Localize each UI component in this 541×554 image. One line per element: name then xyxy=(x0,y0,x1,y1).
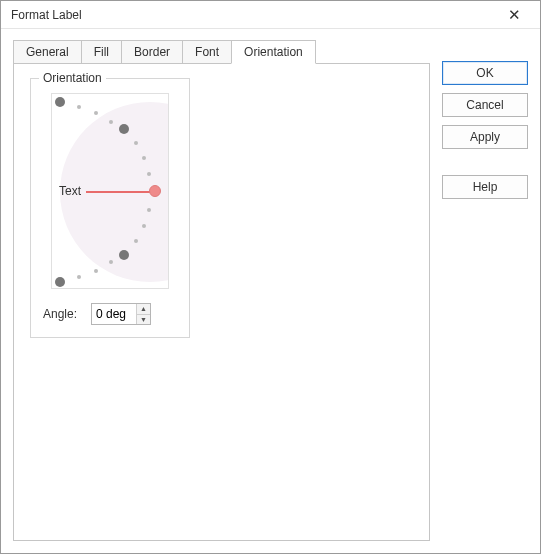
orientation-group-label: Orientation xyxy=(39,71,106,85)
title-bar: Format Label ✕ xyxy=(1,1,540,29)
ok-button[interactable]: OK xyxy=(442,61,528,85)
tab-panel-orientation: Orientation Text xyxy=(13,63,430,541)
dial-needle xyxy=(86,191,156,193)
angle-spin-buttons: ▲ ▼ xyxy=(136,304,150,324)
tab-fill[interactable]: Fill xyxy=(81,40,122,63)
dial-snap-45[interactable] xyxy=(119,124,129,134)
help-button[interactable]: Help xyxy=(442,175,528,199)
dial-tick xyxy=(142,224,146,228)
tab-font[interactable]: Font xyxy=(182,40,232,63)
dial-tick xyxy=(94,269,98,273)
tab-general[interactable]: General xyxy=(13,40,82,63)
close-icon[interactable]: ✕ xyxy=(494,1,534,28)
angle-spin-up-icon[interactable]: ▲ xyxy=(137,304,150,315)
tab-area: General Fill Border Font Orientation Ori… xyxy=(13,39,430,541)
dial-tick xyxy=(109,120,113,124)
orientation-group: Orientation Text xyxy=(30,78,190,338)
tab-border[interactable]: Border xyxy=(121,40,183,63)
dial-tick xyxy=(94,111,98,115)
angle-row: Angle: ▲ ▼ xyxy=(43,303,177,325)
window-title: Format Label xyxy=(11,8,494,22)
dial-tick xyxy=(147,172,151,176)
dial-tick xyxy=(109,260,113,264)
button-spacer xyxy=(442,157,528,167)
dial-snap-n45[interactable] xyxy=(119,250,129,260)
angle-input[interactable] xyxy=(92,304,136,324)
apply-button[interactable]: Apply xyxy=(442,125,528,149)
dial-tick xyxy=(134,141,138,145)
dial-text-label: Text xyxy=(59,184,81,198)
content-area: General Fill Border Font Orientation Ori… xyxy=(1,29,540,553)
dial-tick xyxy=(77,275,81,279)
dial-tick xyxy=(134,239,138,243)
orientation-dial[interactable]: Text xyxy=(51,93,169,289)
angle-label: Angle: xyxy=(43,307,91,321)
button-column: OK Cancel Apply Help xyxy=(442,39,528,541)
dial-tick xyxy=(147,208,151,212)
dial-tick xyxy=(142,156,146,160)
dial-snap-0[interactable] xyxy=(149,185,161,197)
dial-snap-90[interactable] xyxy=(55,97,65,107)
angle-spinner: ▲ ▼ xyxy=(91,303,151,325)
cancel-button[interactable]: Cancel xyxy=(442,93,528,117)
tab-strip: General Fill Border Font Orientation xyxy=(13,39,430,63)
angle-spin-down-icon[interactable]: ▼ xyxy=(137,315,150,325)
dial-snap-n90[interactable] xyxy=(55,277,65,287)
tab-orientation[interactable]: Orientation xyxy=(231,40,316,64)
dial-tick xyxy=(77,105,81,109)
